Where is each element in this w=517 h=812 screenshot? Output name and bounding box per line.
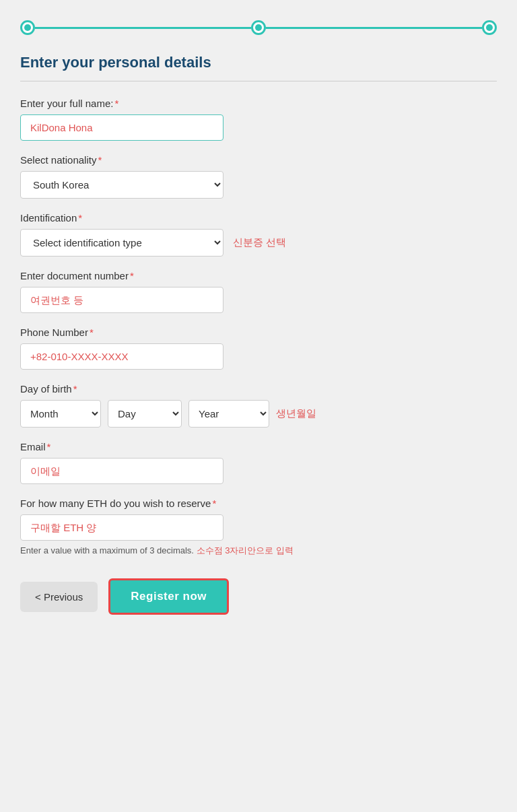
full-name-input[interactable] [20, 114, 223, 141]
document-number-label: Enter document number* [20, 270, 497, 281]
eth-input[interactable] [20, 514, 223, 541]
eth-label: For how many ETH do you wish to reserve* [20, 498, 497, 509]
dob-label: Day of birth* [20, 383, 497, 395]
progress-line-2 [266, 27, 482, 29]
full-name-group: Enter your full name:* [20, 98, 497, 141]
email-input[interactable] [20, 458, 223, 484]
eth-note: Enter a value with a maximum of 3 decima… [20, 545, 497, 557]
register-now-button[interactable]: Register now [108, 578, 229, 615]
dob-row: Month JanuaryFebruaryMarch AprilMayJune … [20, 400, 497, 428]
phone-number-input[interactable] [20, 343, 223, 370]
eth-group: For how many ETH do you wish to reserve*… [20, 498, 497, 557]
title-divider [20, 81, 497, 81]
nationality-select-wrap: Select a country South Korea United Stat… [20, 171, 497, 199]
identification-select-wrap: Select identification type Passport Nati… [20, 229, 497, 257]
document-number-group: Enter document number* [20, 270, 497, 313]
identification-label: Identification* [20, 212, 497, 224]
progress-bar [20, 13, 497, 35]
document-number-input[interactable] [20, 287, 223, 313]
phone-number-label: Phone Number* [20, 327, 497, 338]
identification-group: Identification* Select identification ty… [20, 212, 497, 257]
phone-number-group: Phone Number* [20, 327, 497, 370]
email-label: Email* [20, 441, 497, 452]
identification-select[interactable]: Select identification type Passport Nati… [20, 229, 223, 257]
dob-group: Day of birth* Month JanuaryFebruaryMarch… [20, 383, 497, 428]
progress-step-1 [20, 20, 35, 35]
page-title: Enter your personal details [20, 54, 497, 71]
dob-year-select[interactable]: Year 20001999199819901985 [188, 400, 269, 428]
nationality-group: Select nationality* Select a country Sou… [20, 154, 497, 199]
dob-hint: 생년월일 [276, 407, 316, 420]
progress-step-2 [251, 20, 266, 35]
progress-step-3 [482, 20, 497, 35]
button-row: < Previous Register now [20, 578, 497, 615]
full-name-label: Enter your full name:* [20, 98, 497, 109]
identification-hint: 신분증 선택 [233, 236, 286, 249]
progress-line-1 [35, 27, 251, 29]
dob-month-select[interactable]: Month JanuaryFebruaryMarch AprilMayJune … [20, 400, 101, 428]
dob-day-select[interactable]: Day 12345 678910 1112131415 1617181920 2… [108, 400, 182, 428]
email-group: Email* [20, 441, 497, 484]
previous-button[interactable]: < Previous [20, 582, 98, 612]
nationality-select[interactable]: Select a country South Korea United Stat… [20, 171, 223, 199]
nationality-label: Select nationality* [20, 154, 497, 166]
